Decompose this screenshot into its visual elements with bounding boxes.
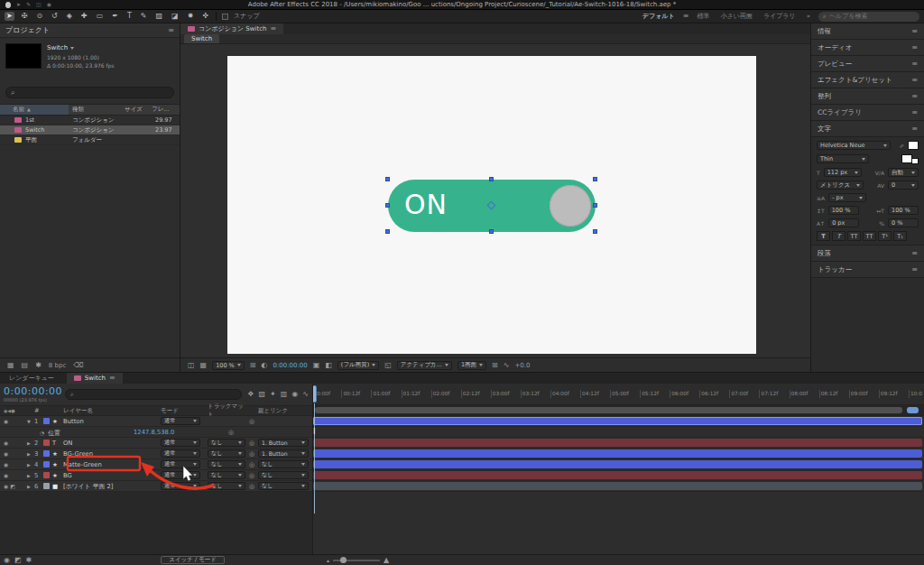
layer-bar-bg[interactable] — [313, 471, 922, 479]
panel-menu-icon[interactable]: ≡ — [911, 266, 918, 273]
selection-handle[interactable] — [593, 229, 597, 234]
background-color-swatch[interactable] — [911, 158, 919, 164]
mask-visibility-icon[interactable]: ◐ — [261, 362, 267, 369]
panel-menu-icon[interactable]: ≡ — [109, 375, 116, 382]
pixel-aspect-icon[interactable]: ⊞ — [492, 362, 498, 369]
panel-menu-icon[interactable]: ≡ — [911, 109, 918, 116]
selection-handle[interactable] — [385, 203, 390, 208]
eye-icon[interactable]: ◉ — [4, 419, 8, 424]
eye-icon[interactable]: ◉ — [4, 451, 8, 457]
track-matte-dropdown[interactable]: なし — [208, 439, 245, 447]
composition-canvas[interactable]: ON — [227, 56, 756, 354]
workspace-overflow-icon[interactable]: » — [804, 12, 813, 21]
label-color-swatch[interactable] — [43, 418, 50, 424]
eye-icon[interactable]: ◉ — [4, 462, 8, 468]
faux-bold-button[interactable]: T — [817, 231, 830, 241]
graph-editor-icon[interactable]: ∿ — [302, 391, 309, 398]
expand-transfer-controls-icon[interactable]: ◩ — [14, 557, 22, 564]
resolution-dropdown[interactable]: (フル画質) — [337, 361, 379, 370]
workspace-default[interactable]: デフォルト — [640, 11, 678, 22]
expand-inout-icon[interactable]: ✱ — [26, 557, 32, 564]
eye-icon[interactable]: ◉ — [4, 440, 8, 446]
new-folder-icon[interactable]: ▤ — [22, 362, 29, 369]
layer-name[interactable]: Button — [63, 418, 161, 425]
layer-bar-button[interactable] — [313, 417, 922, 425]
parent-dropdown[interactable]: 1. Button — [258, 439, 309, 447]
layer-bar-bg-green[interactable] — [313, 449, 922, 458]
parent-link-header[interactable]: 親とリンク — [258, 407, 312, 415]
exposure-value[interactable]: +0.0 — [514, 362, 530, 369]
panel-menu-icon[interactable]: ≡ — [168, 27, 174, 34]
draft-3d-icon[interactable]: ▧ — [258, 391, 265, 398]
layer-row-bg-green[interactable]: ◉ ▶ 3 ★ BG-Green 通常 なし ◎ 1. Button — [0, 449, 312, 459]
tracking-dropdown[interactable]: 0 — [888, 181, 919, 190]
eraser-tool-icon[interactable]: ◪ — [170, 12, 180, 21]
eye-icon[interactable]: ◉ — [4, 484, 8, 489]
camera-tool-icon[interactable]: ◈ — [65, 12, 74, 21]
hand-tool-icon[interactable]: ✠ — [20, 12, 30, 21]
blend-mode-dropdown[interactable]: 通常 — [161, 439, 200, 447]
timeline-zoom-control[interactable]: ▴ ▲ — [327, 557, 389, 564]
composition-flowchart-icon[interactable]: ❖ — [247, 391, 254, 398]
current-time-indicator[interactable] — [313, 385, 317, 403]
all-caps-button[interactable]: TT — [847, 231, 861, 241]
rotation-tool-icon[interactable]: ↺ — [50, 12, 60, 21]
selection-handle[interactable] — [593, 203, 597, 208]
work-area-bar[interactable] — [313, 405, 924, 416]
magnification-icon[interactable]: ▦ — [200, 362, 208, 369]
column-header-size[interactable]: サイズ — [125, 106, 152, 114]
chevron-down-icon[interactable] — [70, 47, 74, 50]
help-search-input[interactable] — [829, 13, 915, 20]
camera-dropdown[interactable]: アクティブカ... — [397, 361, 452, 370]
composition-tab[interactable]: コンポジション Switch ≡ — [180, 23, 283, 34]
panel-menu-icon[interactable]: ≡ — [911, 77, 918, 84]
column-header-fps[interactable]: フレ... — [152, 106, 177, 114]
current-timecode[interactable]: 0:00:00:00 00000 (23.976 fps) — [4, 386, 60, 403]
panel-header-info[interactable]: 情報 ≡ — [811, 23, 924, 40]
workspace-library[interactable]: ライブラリ — [761, 11, 799, 22]
font-family-dropdown[interactable]: Helvetica Neue — [817, 141, 891, 150]
zoom-tool-icon[interactable]: ⊙ — [34, 12, 44, 21]
workspace-small-screen[interactable]: 小さい画面 — [718, 11, 755, 22]
zoom-slider-knob[interactable] — [340, 557, 346, 563]
project-bpc-label[interactable]: 8 bpc — [49, 362, 66, 369]
vertical-scale-field[interactable]: 100 % — [828, 206, 859, 215]
pen-tool-icon[interactable]: ✒ — [110, 12, 120, 21]
zoom-dropdown[interactable]: 100 % — [212, 361, 245, 370]
zoom-slider-track[interactable] — [333, 560, 380, 561]
zoom-in-icon[interactable]: ▲ — [383, 557, 389, 564]
help-search[interactable]: ⌕ — [818, 12, 919, 22]
expand-arrow-icon[interactable]: ▶ — [23, 440, 34, 446]
kerning-dropdown[interactable]: 自動 — [888, 168, 919, 177]
blend-mode-dropdown[interactable]: 通常 — [161, 471, 200, 479]
layer-name[interactable]: BG — [63, 472, 161, 479]
label-color-swatch[interactable] — [43, 450, 50, 457]
snap-checkbox[interactable] — [222, 14, 228, 20]
panel-header-audio[interactable]: オーディオ ≡ — [811, 40, 924, 56]
work-area-end-handle[interactable] — [907, 407, 919, 413]
new-composition-icon[interactable]: ✱ — [35, 362, 42, 369]
selection-handle[interactable] — [489, 229, 494, 234]
motion-blur-icon[interactable]: ◉ — [291, 391, 298, 398]
work-area-range[interactable] — [315, 407, 902, 413]
switch-knob-shape[interactable] — [550, 185, 591, 227]
panel-menu-icon[interactable]: ≡ — [911, 44, 918, 51]
expand-arrow-icon[interactable]: ▶ — [23, 451, 34, 457]
layer-name[interactable]: Matte-Green — [63, 461, 161, 468]
snapshot-icon[interactable]: ▣ — [313, 362, 320, 369]
panel-header-paragraph[interactable]: 段落 ≡ — [811, 245, 924, 262]
expand-layer-switches-icon[interactable]: ◉ — [4, 557, 10, 564]
mode-header[interactable]: モード — [161, 407, 200, 415]
interpret-footage-icon[interactable]: ▦ — [7, 362, 14, 369]
layer-name[interactable]: BG-Green — [63, 450, 161, 458]
timeline-comp-tab[interactable]: Switch ≡ — [67, 373, 123, 384]
parent-pickwhip-icon[interactable]: ◎ — [245, 461, 258, 468]
parent-pickwhip-icon[interactable]: ◎ — [245, 450, 258, 458]
layer-row-matte-green[interactable]: ◉ ▶ 4 ★ Matte-Green 通常 なし ◎ なし — [0, 459, 312, 470]
time-ru1er[interactable]: 0:00f 00:12f 01:00f 01:12f 02:00f 02:12f… — [313, 384, 924, 405]
blend-mode-dropdown[interactable]: 通常 — [161, 482, 200, 490]
zoom-out-icon[interactable]: ▴ — [327, 558, 329, 563]
selection-tool-icon[interactable]: ➤ — [5, 12, 14, 21]
region-of-interest-icon[interactable]: ◱ — [384, 362, 392, 369]
tsume-field[interactable]: 0 % — [888, 218, 919, 227]
